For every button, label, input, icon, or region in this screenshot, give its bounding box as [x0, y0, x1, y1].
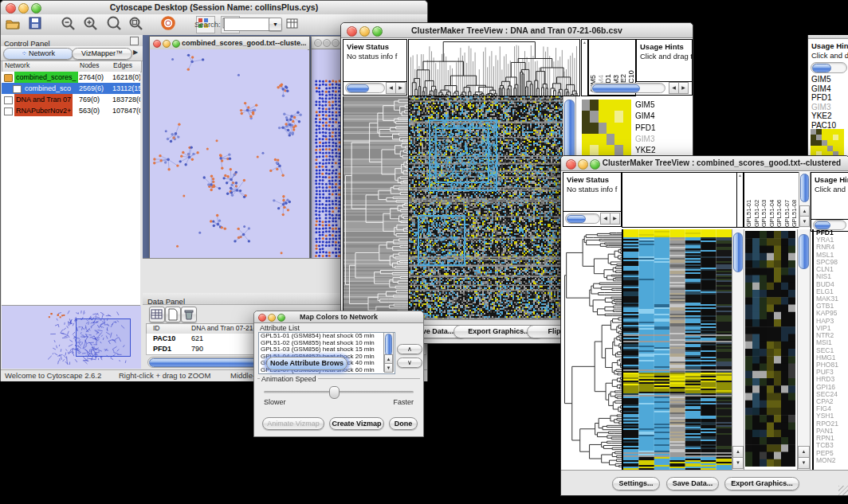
row-gene-label[interactable]: GIM3 [635, 134, 689, 145]
network-table-row[interactable]: RNAPuberNov2+563(0)107847(0) [2, 105, 140, 116]
close-button[interactable] [347, 26, 357, 37]
speed-slider-thumb[interactable] [329, 386, 340, 399]
network-table-row[interactable]: combined_scores_2764(0)16218(0) [2, 72, 140, 83]
close-button[interactable] [314, 39, 322, 47]
column-dendrogram-canvas[interactable] [408, 39, 580, 96]
scroll-down-icon[interactable]: ▼ [799, 216, 810, 227]
save-data-button[interactable]: Save Data... [666, 477, 719, 490]
main-heatmap-canvas[interactable] [623, 229, 732, 470]
close-button[interactable] [258, 314, 266, 322]
tab-vizmapper[interactable]: VizMapper™ [72, 48, 132, 60]
zoom-out-icon[interactable] [61, 16, 78, 32]
gene-label[interactable]: PFD1 [811, 93, 836, 103]
column-label[interactable]: GPL51-07 (GSM868) [783, 173, 791, 227]
labels-vscrollbar[interactable]: ▲ ▼ [799, 172, 811, 228]
hscroll-thumb[interactable] [347, 84, 369, 92]
minimize-button[interactable] [268, 314, 276, 322]
move-up-button[interactable]: ∧ [397, 344, 422, 354]
zoom-selected-icon[interactable] [128, 16, 146, 32]
col-nodes[interactable]: Nodes [80, 61, 100, 69]
column-dendrogram-area[interactable] [622, 172, 737, 228]
gene-label[interactable]: YKE2 [811, 111, 836, 121]
save-session-button[interactable] [27, 16, 45, 32]
zoom-button[interactable] [277, 314, 285, 322]
row-gene-label[interactable]: GIM4 [635, 111, 689, 122]
gene-label[interactable]: MON2 [816, 457, 848, 464]
resize-grip[interactable] [838, 486, 848, 495]
vscroll-thumb[interactable] [800, 174, 809, 202]
help-lifesaver-icon[interactable] [160, 16, 178, 32]
column-label[interactable]: GPL51-03 (GSM856) [760, 173, 768, 227]
scroll-up-icon[interactable]: ▲ [583, 40, 587, 45]
hscroll-thumb[interactable] [815, 221, 830, 229]
zoom-vscrollbar[interactable]: ▲ ▼ [797, 229, 811, 470]
import-table-icon[interactable] [285, 17, 303, 33]
row-dendrogram-canvas[interactable] [343, 96, 409, 320]
hscrollbar[interactable] [811, 62, 847, 73]
gene-label[interactable]: GIM4 [811, 84, 836, 94]
heatmap-vscrollbar[interactable]: ▲ ▼ [732, 229, 744, 470]
zoom-button[interactable] [590, 159, 600, 170]
vscroll-thumb[interactable] [799, 234, 809, 269]
row-gene-label[interactable]: PFD1 [635, 123, 689, 134]
minimize-button[interactable] [578, 159, 588, 170]
dense-network-canvas[interactable] [315, 80, 342, 271]
tab-overflow-icon[interactable]: ▶ [133, 49, 138, 56]
main-heatmap-canvas[interactable] [408, 96, 563, 320]
hscroll-thumb[interactable] [812, 64, 831, 72]
hscroll-thumb[interactable] [567, 215, 586, 223]
column-label[interactable]: GPL51-01 (GSM854) [744, 173, 752, 227]
scroll-up-icon[interactable]: ▲ [798, 446, 810, 458]
zoom-button[interactable] [372, 26, 383, 37]
row-gene-label[interactable]: GIM5 [635, 100, 689, 111]
scroll-right-icon[interactable]: ▶ [678, 82, 689, 94]
node-attribute-browser-button[interactable]: Node Attribute Brows [266, 357, 347, 370]
animate-vizmap-button[interactable]: Animate Vizmap [262, 417, 324, 430]
network-overview-panel[interactable] [2, 306, 141, 369]
hscroll-thumb[interactable] [592, 84, 640, 92]
open-session-button[interactable] [5, 16, 22, 32]
network-table-row[interactable]: DNA and Tran 07769(0)183728(0) [2, 94, 140, 105]
scroll-right-icon[interactable]: ▶ [395, 82, 406, 94]
close-button[interactable] [6, 3, 16, 14]
column-label[interactable]: GPL51-02 (GSM855) [752, 173, 760, 227]
gene-label[interactable]: GIM5 [811, 75, 836, 84]
gene-label[interactable]: GIM3 [811, 103, 836, 112]
scroll-down-icon[interactable]: ▼ [798, 457, 810, 469]
row-dendrogram-canvas[interactable] [563, 229, 623, 470]
zoom-in-icon[interactable] [83, 16, 100, 32]
vscroll-thumb[interactable] [385, 334, 392, 356]
scroll-up-icon[interactable]: ▲ [738, 173, 742, 178]
scroll-right-icon[interactable]: ▶ [610, 213, 620, 225]
settings-button[interactable]: Settings... [612, 477, 660, 490]
create-vizmap-button[interactable]: Create Vizmap [329, 417, 384, 430]
done-button[interactable]: Done [389, 417, 418, 430]
column-label[interactable]: GPL51-08 (GSM872) [790, 173, 798, 227]
export-graphics-button[interactable]: Export Graphics... [724, 477, 799, 490]
column-label[interactable]: GPL51-06 (GSM865) [775, 173, 783, 227]
scroll-up-icon[interactable]: ▲ [732, 446, 744, 458]
minimize-button[interactable] [18, 3, 29, 14]
search-input[interactable] [224, 18, 270, 31]
tab-network[interactable]: ⁘ Network [3, 48, 73, 60]
zoom-fit-icon[interactable] [106, 16, 124, 32]
zoom-button[interactable] [31, 3, 41, 14]
close-button[interactable] [153, 40, 161, 48]
float-panel-icon[interactable] [130, 37, 139, 45]
close-button[interactable] [566, 159, 576, 170]
zoom-button[interactable] [172, 40, 180, 48]
network-table-row[interactable]: combined_sco2569(6)13112(15) [2, 83, 140, 94]
attribute-list-vscrollbar[interactable]: ▲ ▼ [383, 333, 394, 372]
scroll-down-icon[interactable]: ▼ [384, 363, 393, 373]
col-network[interactable]: Network [5, 61, 29, 69]
zoom-button[interactable] [332, 39, 340, 47]
col-id[interactable]: ID [153, 324, 160, 332]
zoom-heatmap-canvas[interactable] [745, 231, 795, 467]
overview-selection-rect[interactable] [76, 318, 131, 357]
column-label[interactable]: GPL51-04 (GSM857) [768, 173, 775, 227]
delete-attribute-button[interactable] [181, 307, 197, 322]
scroll-up-icon[interactable]: ▲ [799, 205, 810, 217]
main-titlebar[interactable]: Cytoscape Desktop (Session Name: collins… [1, 1, 427, 15]
create-attribute-button[interactable] [165, 307, 181, 322]
minimize-button[interactable] [359, 26, 370, 37]
